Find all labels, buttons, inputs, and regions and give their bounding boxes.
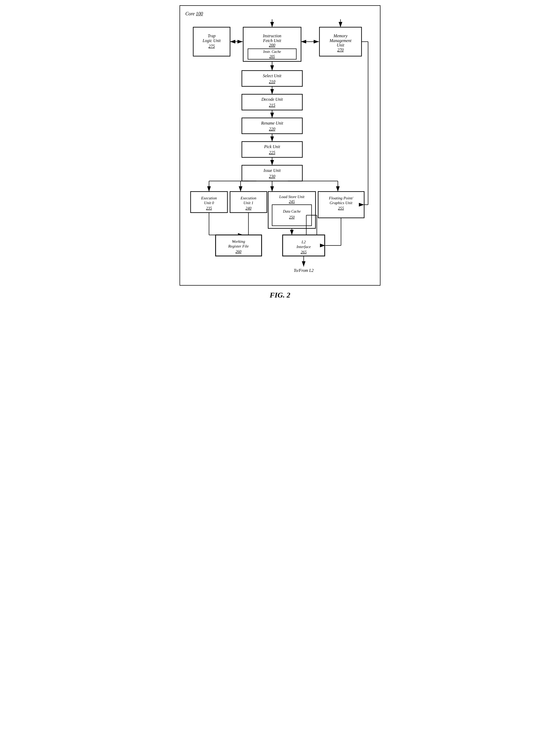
svg-text:Unit 0: Unit 0 — [204, 201, 214, 205]
diagram-svg: Instruction Fetch Unit 200 Instr. Cache … — [185, 19, 375, 277]
svg-text:Unit 1: Unit 1 — [244, 201, 254, 205]
core-number: 100 — [196, 11, 203, 16]
svg-text:215: 215 — [269, 103, 275, 107]
svg-text:Memory: Memory — [333, 34, 348, 38]
svg-text:220: 220 — [269, 127, 275, 131]
svg-text:Trap: Trap — [208, 34, 215, 38]
svg-text:255: 255 — [338, 206, 344, 210]
core-label: Core 100 — [185, 11, 375, 17]
svg-rect-23 — [242, 71, 302, 86]
svg-text:265: 265 — [301, 250, 307, 254]
svg-text:Data Cache: Data Cache — [283, 209, 301, 213]
svg-text:Unit: Unit — [337, 43, 345, 47]
svg-text:Instr. Cache: Instr. Cache — [263, 50, 281, 54]
svg-text:Register File: Register File — [228, 244, 249, 248]
svg-text:Instruction: Instruction — [263, 34, 281, 38]
svg-text:Logic Unit: Logic Unit — [202, 38, 221, 43]
svg-text:To/From L2: To/From L2 — [294, 268, 314, 273]
svg-text:250: 250 — [289, 215, 295, 219]
svg-text:Pick Unit: Pick Unit — [264, 144, 280, 149]
svg-text:Working: Working — [232, 239, 245, 244]
svg-text:200: 200 — [269, 43, 275, 47]
svg-text:Rename Unit: Rename Unit — [261, 121, 283, 125]
svg-text:Floating Point/: Floating Point/ — [329, 196, 354, 200]
svg-text:Interface: Interface — [296, 245, 311, 249]
svg-text:210: 210 — [269, 79, 275, 84]
svg-text:Load Store Unit: Load Store Unit — [279, 195, 305, 199]
svg-text:Management: Management — [329, 38, 352, 43]
svg-text:L2: L2 — [301, 240, 306, 244]
svg-rect-31 — [242, 118, 302, 134]
page-wrapper: Core 100 Instruction Fetch Unit 200 — [180, 5, 380, 299]
svg-text:225: 225 — [269, 150, 275, 155]
figure-label: FIG. 2 — [270, 291, 290, 299]
svg-text:Select Unit: Select Unit — [263, 74, 282, 78]
svg-text:Execution: Execution — [240, 196, 256, 200]
diagram-container: Core 100 Instruction Fetch Unit 200 — [180, 5, 380, 286]
svg-text:Fetch Unit: Fetch Unit — [263, 38, 281, 43]
svg-text:205: 205 — [269, 54, 275, 58]
svg-text:275: 275 — [209, 44, 215, 48]
svg-rect-39 — [242, 165, 302, 181]
svg-text:Graphics Unit: Graphics Unit — [330, 201, 353, 205]
svg-rect-35 — [242, 141, 302, 157]
svg-text:245: 245 — [289, 199, 295, 204]
svg-text:Decode Unit: Decode Unit — [261, 97, 283, 102]
svg-text:235: 235 — [206, 206, 212, 210]
svg-rect-27 — [242, 94, 302, 110]
svg-text:260: 260 — [236, 249, 242, 254]
svg-text:240: 240 — [245, 206, 251, 210]
svg-text:Execution: Execution — [201, 196, 217, 200]
svg-text:230: 230 — [269, 174, 275, 179]
svg-text:Issue Unit: Issue Unit — [263, 168, 281, 173]
svg-text:270: 270 — [337, 48, 344, 52]
